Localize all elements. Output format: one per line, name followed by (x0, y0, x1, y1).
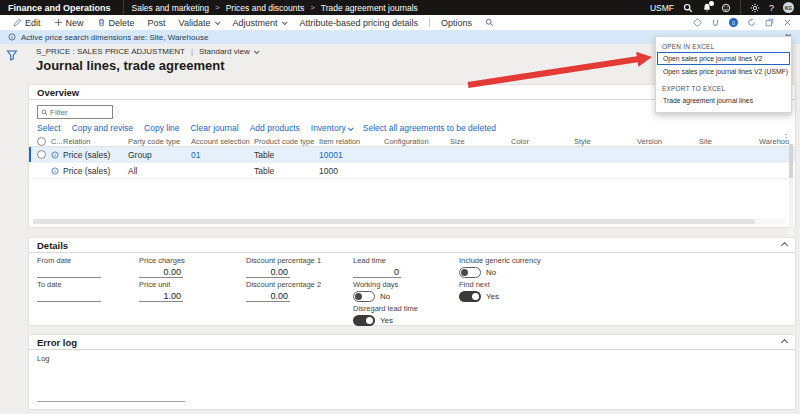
horizontal-scrollbar[interactable] (33, 219, 785, 224)
help-icon[interactable]: ? (769, 3, 774, 13)
chevron-down-icon (282, 19, 288, 25)
details-col-3: Discount percentage 1 0.00 Discount perc… (246, 257, 353, 329)
info-icon[interactable] (51, 151, 59, 159)
column-header-c[interactable]: C... (51, 137, 63, 146)
app-brand[interactable]: Finance and Operations (0, 3, 123, 13)
select-all-agreements-link[interactable]: Select all agreements to be deleted (363, 123, 496, 133)
menu-item-open-sales-price-v2-usmf[interactable]: Open sales price journal lines V2 (USMF) (657, 65, 790, 78)
adjustment-menu-button[interactable]: Adjustment (227, 18, 291, 28)
column-header-relation[interactable]: Relation (63, 137, 128, 146)
vertical-scrollbar[interactable] (789, 144, 793, 240)
column-header-configuration[interactable]: Configuration (384, 137, 450, 146)
price-charges-input[interactable]: 0.00 (139, 267, 183, 278)
delete-button[interactable]: Delete (92, 18, 140, 28)
filter-funnel-icon[interactable] (6, 47, 18, 59)
clear-journal-link[interactable]: Clear journal (190, 123, 238, 133)
column-options-kebab-icon[interactable]: ⋮ (782, 133, 790, 142)
table-row[interactable]: Price (sales) Group 01 Table 10001 (29, 147, 795, 163)
menu-section-open-in-excel: OPEN IN EXCEL (656, 41, 791, 52)
office-apps-icon[interactable] (693, 18, 702, 27)
attachments-count-badge[interactable]: 0 (729, 18, 738, 27)
topbar-right-cluster: USMF ? KG (650, 0, 800, 15)
breadcrumb-module[interactable]: Sales and marketing (132, 3, 210, 13)
breadcrumb: Sales and marketing > Prices and discoun… (132, 3, 418, 13)
settings-gear-icon[interactable] (750, 3, 760, 13)
log-label: Log (37, 354, 50, 363)
filter-input[interactable] (50, 108, 109, 117)
breadcrumb-area[interactable]: Prices and discounts (226, 3, 304, 13)
company-picker[interactable]: USMF (650, 3, 674, 13)
attribute-pricing-button[interactable]: Attribute-based pricing details (294, 18, 423, 28)
cell-account-selection-link[interactable]: 01 (191, 150, 254, 160)
post-button[interactable]: Post (143, 18, 171, 28)
log-input[interactable] (37, 401, 185, 402)
details-col-2: Price charges 0.00 Price unit 1.00 (139, 257, 246, 329)
collapse-chevron-icon[interactable] (781, 338, 788, 345)
menu-item-export-trade-agreement[interactable]: Trade agreement journal lines (657, 94, 790, 107)
inventory-menu-link[interactable]: Inventory (311, 123, 352, 133)
new-button[interactable]: New (49, 18, 89, 28)
error-log-section-header[interactable]: Error log (29, 335, 795, 350)
user-avatar[interactable]: KG (783, 2, 794, 13)
menu-section-export-to-excel: EXPORT TO EXCEL (656, 83, 791, 94)
refresh-icon[interactable] (747, 18, 756, 27)
error-log-section: Error log Log (28, 334, 796, 410)
from-date-input[interactable] (37, 267, 101, 278)
chevron-right-icon: > (310, 3, 315, 12)
copy-line-link[interactable]: Copy line (144, 123, 179, 133)
column-header-item-relation[interactable]: Item relation (319, 137, 384, 146)
discount-percentage-1-input[interactable]: 0.00 (246, 267, 290, 278)
lead-time-input[interactable]: 0 (353, 267, 401, 278)
view-selector[interactable]: Standard view (199, 47, 258, 56)
discount-percentage-2-field: Discount percentage 2 0.00 (246, 281, 330, 302)
options-tab[interactable]: Options (436, 18, 477, 28)
row-select-radio[interactable] (37, 150, 46, 159)
column-header-account-selection[interactable]: Account selection (191, 137, 254, 146)
column-header-site[interactable]: Site (699, 137, 759, 146)
info-icon[interactable] (51, 167, 59, 175)
find-next-field: Find next Yes (459, 281, 543, 302)
edit-button[interactable]: Edit (8, 18, 46, 28)
select-link[interactable]: Select (37, 123, 61, 133)
divider (123, 0, 124, 15)
disregard-lead-time-toggle[interactable] (353, 315, 375, 326)
cell-item-relation-link[interactable]: 10001 (319, 150, 384, 160)
details-section-header[interactable]: Details (29, 238, 795, 253)
discount-percentage-2-input[interactable]: 0.00 (246, 291, 290, 302)
column-header-product-code-type[interactable]: Product code type (254, 137, 319, 146)
select-all-radio[interactable] (37, 137, 46, 146)
table-row[interactable]: Price (sales) All Table 1000 (29, 163, 795, 179)
menu-item-open-sales-price-v2[interactable]: Open sales price journal lines V2 (657, 52, 790, 65)
to-date-input[interactable] (37, 291, 101, 302)
notification-badge (709, 1, 714, 6)
chevron-right-icon: > (215, 3, 220, 12)
column-header-size[interactable]: Size (450, 137, 511, 146)
feedback-smiley-icon[interactable] (721, 3, 731, 13)
close-form-icon[interactable] (783, 18, 792, 27)
column-header-party-code-type[interactable]: Party code type (128, 137, 191, 146)
validate-menu-button[interactable]: Validate (174, 18, 225, 28)
notifications-bell-icon[interactable] (702, 3, 712, 13)
grid-toolbar: Select Copy and revise Copy line Clear j… (37, 123, 795, 133)
plus-icon (54, 18, 63, 27)
find-next-toggle[interactable] (459, 291, 481, 302)
action-search-icon[interactable] (480, 18, 499, 27)
include-generic-currency-toggle[interactable] (459, 267, 481, 278)
column-header-color[interactable]: Color (511, 137, 574, 146)
working-days-toggle[interactable] (353, 291, 375, 302)
column-header-style[interactable]: Style (574, 137, 637, 146)
cell-party-code-type: Group (128, 150, 191, 160)
column-header-version[interactable]: Version (637, 137, 699, 146)
copy-and-revise-link[interactable]: Copy and revise (72, 123, 133, 133)
search-icon[interactable] (683, 3, 693, 13)
collapse-chevron-icon[interactable] (781, 241, 788, 248)
add-products-link[interactable]: Add products (250, 123, 300, 133)
breadcrumb-page[interactable]: Trade agreement journals (321, 3, 418, 13)
include-generic-currency-field: Include generic currency No (459, 257, 543, 278)
open-in-new-window-icon[interactable] (765, 18, 774, 27)
attachments-icon[interactable] (711, 18, 720, 27)
grid-filter-box[interactable] (37, 105, 113, 119)
error-log-body: Log (29, 350, 795, 409)
price-unit-input[interactable]: 1.00 (139, 291, 183, 302)
banner-message: Active price search dimensions are: Site… (21, 33, 208, 42)
